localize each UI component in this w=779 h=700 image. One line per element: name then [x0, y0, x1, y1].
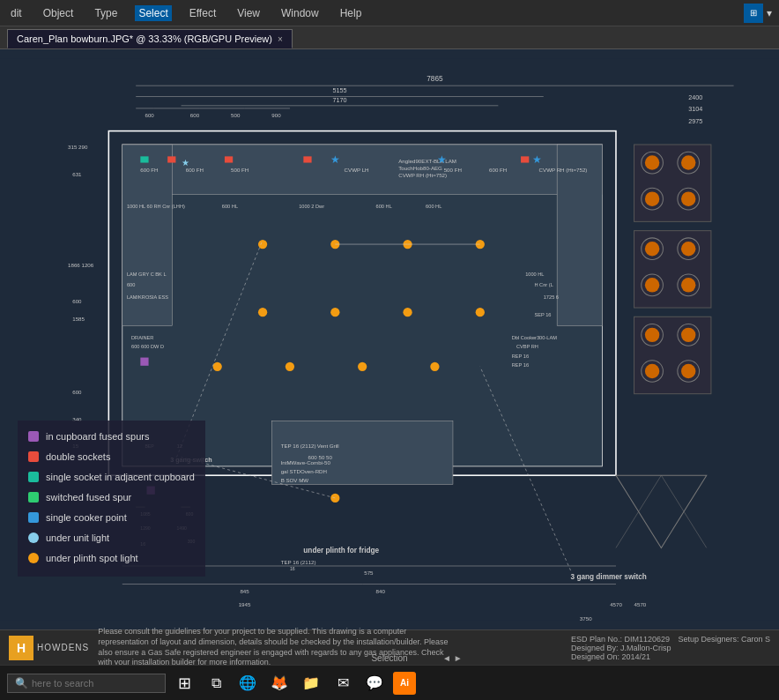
svg-point-128: [213, 362, 222, 371]
svg-text:4570: 4570: [610, 601, 622, 607]
selection-label: Selection: [371, 653, 407, 663]
svg-text:TEP 16 (2112): TEP 16 (2112): [281, 443, 316, 449]
grid-view-icon[interactable]: ⊞: [744, 4, 763, 23]
legend-color-single-adjacent: [28, 472, 39, 482]
search-box[interactable]: 🔍: [7, 674, 166, 693]
svg-rect-113: [303, 156, 311, 162]
svg-point-131: [430, 362, 439, 371]
svg-text:1000 HL: 1000 HL: [525, 272, 544, 277]
mail-button[interactable]: ✉: [330, 670, 356, 696]
svg-text:Dbl Cooker300-LAM: Dbl Cooker300-LAM: [512, 335, 557, 340]
svg-text:16: 16: [290, 566, 295, 571]
svg-text:3750: 3750: [580, 615, 592, 622]
svg-text:3 gang dimmer switch: 3 gang dimmer switch: [571, 573, 647, 581]
menu-type[interactable]: Type: [91, 5, 121, 21]
svg-text:TEP 16 (2112): TEP 16 (2112): [281, 559, 316, 565]
menu-effect[interactable]: Effect: [186, 5, 219, 21]
howdens-logo: H HOWDENS: [9, 636, 89, 660]
svg-text:600: 600: [145, 112, 154, 118]
svg-text:1945: 1945: [239, 601, 251, 607]
legend-color-fused-spurs: [28, 431, 39, 442]
svg-text:LAM GRY C BK L: LAM GRY C BK L: [127, 272, 167, 277]
svg-text:2400: 2400: [688, 93, 702, 101]
svg-text:CVBP RH: CVBP RH: [516, 344, 538, 349]
svg-text:REP 16: REP 16: [512, 354, 529, 359]
svg-rect-109: [140, 358, 148, 366]
svg-text:575: 575: [364, 570, 374, 576]
svg-point-101: [681, 278, 695, 292]
tab-bar: Caren_Plan bowburn.JPG* @ 33.33% (RGB/GP…: [0, 26, 779, 49]
footer-setup: Setup Designers: Caron S: [678, 635, 770, 661]
illustrator-button[interactable]: Ai: [393, 672, 416, 695]
teams-button[interactable]: 💬: [361, 670, 388, 696]
dropdown-arrow[interactable]: ▾: [767, 7, 772, 19]
svg-point-95: [681, 155, 695, 169]
svg-text:600: 600: [72, 389, 82, 395]
svg-text:CVWP RH (Ht=752): CVWP RH (Ht=752): [539, 167, 588, 173]
menu-view[interactable]: View: [234, 5, 263, 21]
main-area: 7865 5155 7170 600 600 500 900 2400 3104…: [0, 49, 779, 665]
svg-point-105: [681, 364, 695, 378]
legend-item-fused-spurs: in cupboard fused spurs: [28, 428, 195, 445]
svg-text:600: 600: [190, 112, 200, 118]
canvas-area[interactable]: 7865 5155 7170 600 600 500 900 2400 3104…: [0, 49, 779, 629]
legend-label-under-unit: under unit light: [46, 529, 109, 547]
legend-label-switched-fused: switched fused spur: [46, 488, 131, 506]
svg-text:500: 500: [231, 112, 241, 118]
svg-text:Angled90EXT-BLK LAM: Angled90EXT-BLK LAM: [398, 158, 456, 164]
svg-text:1000 HL 60 RH Cnr (LHH): 1000 HL 60 RH Cnr (LHH): [127, 204, 185, 209]
svg-text:H Cnr (L: H Cnr (L: [534, 282, 553, 287]
legend-label-fused-spurs: in cupboard fused spurs: [46, 428, 149, 445]
tab-close-button[interactable]: ×: [278, 34, 283, 44]
selection-arrows[interactable]: ◄ ►: [442, 653, 463, 663]
legend-label-single-adjacent: single socket in adjacent cupboard: [46, 468, 195, 486]
tab-label: Caren_Plan bowburn.JPG* @ 33.33% (RGB/GP…: [17, 34, 272, 44]
search-input[interactable]: [32, 678, 146, 689]
svg-text:600 600 DW D: 600 600 DW D: [131, 344, 164, 349]
svg-text:7170: 7170: [332, 96, 346, 104]
menu-edit[interactable]: dit: [7, 5, 26, 21]
svg-text:600: 600: [72, 298, 82, 304]
firefox-button[interactable]: 🦊: [266, 670, 293, 696]
document-tab[interactable]: Caren_Plan bowburn.JPG* @ 33.33% (RGB/GP…: [7, 29, 293, 48]
howdens-brand: HOWDENS: [37, 643, 89, 652]
title-bar: dit Object Type Select Effect View Windo…: [0, 0, 779, 26]
svg-text:LAM/KROSIA ESS: LAM/KROSIA ESS: [127, 294, 168, 300]
legend-item-single-adjacent: single socket in adjacent cupboard: [28, 468, 195, 486]
svg-rect-114: [521, 156, 529, 162]
edge-button[interactable]: 🌐: [234, 670, 261, 696]
legend-color-double-sockets: [28, 451, 39, 462]
svg-text:845: 845: [240, 588, 249, 594]
svg-text:840: 840: [376, 588, 386, 594]
menu-object[interactable]: Object: [40, 5, 78, 21]
svg-rect-115: [140, 156, 148, 162]
taskview-button[interactable]: ⧉: [203, 670, 229, 696]
howdens-initial: H: [9, 636, 33, 660]
legend-label-cooker: single cooker point: [46, 509, 127, 526]
svg-point-130: [358, 362, 367, 371]
svg-rect-112: [225, 156, 233, 162]
svg-point-97: [681, 191, 695, 205]
menu-window[interactable]: Window: [278, 5, 323, 21]
svg-text:600 FH: 600 FH: [489, 167, 507, 173]
explorer-button[interactable]: 📁: [298, 670, 324, 696]
footer-right-info: ESD Plan No.: DIM1120629 Designed By: J.…: [571, 635, 770, 661]
svg-point-102: [645, 328, 659, 342]
svg-text:gal STDOven-RDH: gal STDOven-RDH: [281, 468, 327, 474]
svg-point-99: [681, 242, 695, 256]
svg-text:1725 6: 1725 6: [544, 294, 559, 300]
svg-text:600 HL: 600 HL: [222, 204, 238, 209]
svg-text:★: ★: [330, 153, 340, 166]
svg-text:5155: 5155: [332, 86, 346, 94]
svg-text:500 FH: 500 FH: [231, 167, 249, 173]
svg-text:4570: 4570: [634, 601, 647, 607]
menu-help[interactable]: Help: [337, 5, 366, 21]
svg-rect-79: [634, 145, 711, 221]
svg-text:1585: 1585: [72, 316, 85, 322]
windows-button[interactable]: ⊞: [171, 670, 197, 696]
app-controls: ⊞ ▾: [744, 4, 772, 23]
svg-text:315 290: 315 290: [68, 144, 88, 150]
svg-point-100: [645, 278, 659, 292]
menu-select[interactable]: Select: [135, 5, 171, 21]
svg-rect-111: [167, 156, 175, 162]
